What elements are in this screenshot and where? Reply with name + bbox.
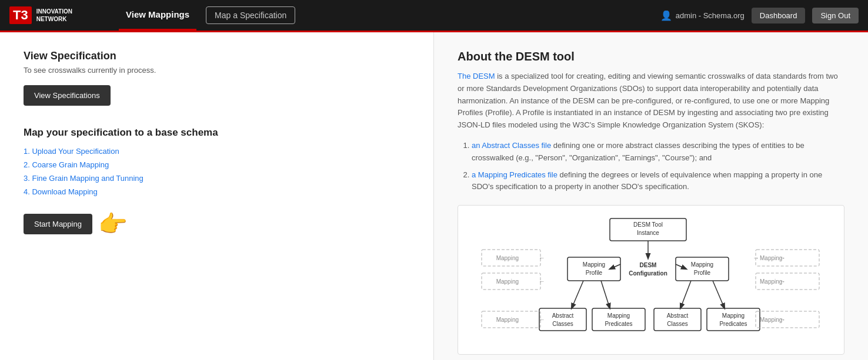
start-mapping-button[interactable]: Start Mapping <box>24 214 92 234</box>
svg-text:Mapping: Mapping <box>496 317 519 323</box>
pointing-right-hand-icon: 👉 <box>98 210 128 238</box>
step-2: 2. Coarse Grain Mapping <box>24 160 410 169</box>
svg-text:Mapping: Mapping <box>607 312 630 319</box>
about-list-item-1: an Abstract Classes file defining one or… <box>472 140 844 164</box>
svg-text:Instance: Instance <box>637 230 659 236</box>
svg-rect-17 <box>592 308 645 331</box>
logo-text: INNOVATIONNETWORK <box>36 8 72 23</box>
svg-text:Mapping: Mapping <box>760 317 782 323</box>
user-info: 👤 admin - Schema.org <box>660 10 745 21</box>
svg-text:Mapping: Mapping <box>496 278 519 285</box>
desm-diagram: DESM Tool Instance DESM Configuration Ma… <box>470 217 832 341</box>
svg-text:→: → <box>779 254 786 261</box>
svg-text:←: ← <box>539 254 545 261</box>
nav-view-mappings[interactable]: View Mappings <box>119 0 196 31</box>
start-mapping-area: Start Mapping 👉 <box>24 210 410 238</box>
svg-text:Abstract: Abstract <box>667 312 689 319</box>
step-4: 4. Download Mapping <box>24 187 410 196</box>
svg-line-29 <box>713 281 725 308</box>
step-3: 3. Fine Grain Mapping and Tunning <box>24 174 410 183</box>
view-spec-title: View Specification <box>24 50 410 62</box>
view-spec-subtitle: To see crosswalks currently in process. <box>24 66 410 75</box>
svg-text:Predicates: Predicates <box>605 321 632 327</box>
about-list: an Abstract Classes file defining one or… <box>458 140 844 193</box>
svg-text:Mapping: Mapping <box>583 261 605 268</box>
signout-button[interactable]: Sign Out <box>812 8 859 23</box>
svg-rect-23 <box>707 308 760 331</box>
svg-text:←: ← <box>539 278 545 285</box>
left-panel: View Specification To see crosswalks cur… <box>0 32 434 360</box>
about-title: About the DESM tool <box>458 50 844 63</box>
dashboard-button[interactable]: Dashboard <box>752 8 806 23</box>
view-specifications-button[interactable]: View Specifications <box>24 85 111 106</box>
logo: T3 INNOVATIONNETWORK <box>9 6 109 24</box>
user-icon: 👤 <box>660 10 672 21</box>
diagram-area: DESM Tool Instance DESM Configuration Ma… <box>458 205 844 355</box>
svg-text:Profile: Profile <box>586 270 603 276</box>
svg-text:Profile: Profile <box>694 270 711 276</box>
svg-text:Mapping: Mapping <box>722 312 745 319</box>
svg-line-27 <box>601 281 610 308</box>
svg-text:←: ← <box>539 316 545 323</box>
map-schema-section: Map your specification to a base schema … <box>24 127 410 238</box>
svg-line-28 <box>680 281 691 308</box>
header-right: 👤 admin - Schema.org Dashboard Sign Out <box>660 8 859 23</box>
about-list-item-2: a Mapping Predicates file defining the d… <box>472 169 844 194</box>
svg-rect-9 <box>676 257 729 281</box>
user-label: admin - Schema.org <box>676 11 745 20</box>
step-1: 1. Upload Your Specification <box>24 147 410 156</box>
view-spec-section: View Specification To see crosswalks cur… <box>24 50 410 106</box>
svg-rect-14 <box>539 308 586 331</box>
about-intro-text: The DESM is a specialized tool for creat… <box>458 70 844 132</box>
svg-rect-6 <box>567 257 620 281</box>
logo-t3: T3 <box>9 6 32 24</box>
svg-text:Predicates: Predicates <box>719 321 747 327</box>
right-panel: About the DESM tool The DESM is a specia… <box>434 32 868 360</box>
svg-text:→: → <box>753 254 759 261</box>
svg-text:DESM Tool: DESM Tool <box>633 221 663 228</box>
steps-list: 1. Upload Your Specification 2. Coarse G… <box>24 147 410 196</box>
svg-line-26 <box>572 281 583 308</box>
svg-text:DESM: DESM <box>640 262 657 268</box>
svg-text:Mapping: Mapping <box>691 261 713 268</box>
svg-text:Mapping: Mapping <box>496 255 519 261</box>
map-spec-container: 👇 Map a Specification <box>206 6 295 24</box>
svg-rect-20 <box>654 308 701 331</box>
svg-text:Configuration: Configuration <box>629 270 667 277</box>
map-schema-title: Map your specification to a base schema <box>24 127 410 139</box>
svg-text:Abstract: Abstract <box>552 312 574 319</box>
map-spec-button[interactable]: Map a Specification <box>206 6 295 24</box>
svg-text:Mapping: Mapping <box>760 278 782 285</box>
svg-text:Classes: Classes <box>667 321 688 327</box>
svg-text:Classes: Classes <box>552 321 573 327</box>
main-layout: View Specification To see crosswalks cur… <box>0 32 868 360</box>
header: T3 INNOVATIONNETWORK View Mappings 👇 Map… <box>0 0 868 31</box>
